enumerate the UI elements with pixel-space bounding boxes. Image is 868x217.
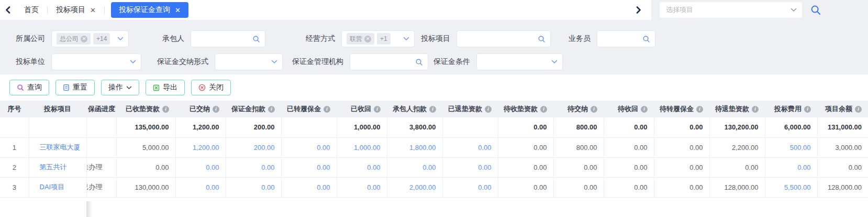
bid-project-input[interactable]	[457, 30, 551, 47]
info-icon[interactable]: i	[485, 106, 492, 113]
info-icon[interactable]: i	[268, 106, 275, 113]
filter-pay-form: 保证金交纳形式	[141, 53, 283, 70]
tab-bid-project-label: 投标项目	[56, 5, 85, 15]
info-icon[interactable]: i	[591, 106, 597, 113]
chevron-down-icon	[271, 60, 277, 64]
project-select-area: 选择项目	[651, 0, 868, 20]
info-icon[interactable]: i	[429, 106, 436, 113]
action-dropdown-button[interactable]: 操作	[101, 80, 139, 95]
pay-form-select[interactable]	[215, 53, 283, 70]
tab-home-label: 首页	[24, 5, 39, 15]
cell-bid-project	[29, 117, 86, 137]
cell-contractor-deduction[interactable]: 2,000.00	[387, 177, 442, 197]
search-icon[interactable]	[538, 35, 546, 43]
column-header-bid-cost: 投标费用i	[765, 101, 817, 117]
contractor-input[interactable]	[191, 30, 265, 47]
condition-select[interactable]	[476, 53, 563, 70]
cell-guarantee-progress	[86, 117, 116, 137]
info-icon[interactable]: i	[804, 106, 811, 113]
cell-guarantee-progress: 已办理	[86, 177, 116, 197]
cell-refunded-advance[interactable]: 0.00	[442, 177, 498, 197]
global-search-icon[interactable]	[810, 5, 821, 15]
info-icon[interactable]: i	[752, 106, 759, 113]
cell-recovered[interactable]: 0.00	[337, 157, 387, 177]
export-button[interactable]: 导出	[146, 80, 185, 95]
tab-bid-project[interactable]: 投标项目 ✕	[48, 0, 104, 20]
search-icon[interactable]	[415, 58, 423, 66]
info-icon[interactable]: i	[696, 106, 703, 113]
nav-back-icon[interactable]	[0, 0, 16, 20]
company-multiselect[interactable]: 总公司✕ +14	[51, 30, 129, 47]
cell-bid-cost[interactable]: 500.00	[765, 137, 817, 157]
cell-transferred-performance-bond[interactable]: 0.00	[281, 157, 337, 177]
cell-seq: 2	[0, 157, 29, 177]
search-icon[interactable]	[252, 35, 260, 43]
filter-bid-project-label: 投标项目	[415, 34, 457, 44]
cell-deposit-deduction[interactable]: 0.00	[226, 157, 281, 177]
cell-seq	[0, 117, 29, 137]
close-button[interactable]: 关闭	[191, 80, 231, 95]
nav-forward-icon[interactable]	[630, 0, 646, 20]
cell-deposit-deduction[interactable]: 200.00	[226, 137, 281, 157]
tab-bid-bond-query[interactable]: 投标保证金查询 ✕	[111, 2, 188, 18]
cell-recovered[interactable]: 0.00	[337, 177, 387, 197]
cell-recovered[interactable]: 1,000.00	[337, 137, 387, 157]
cell-bid-cost[interactable]: 5,500.00	[765, 177, 817, 197]
info-icon[interactable]: i	[540, 106, 547, 113]
cell-contractor-deduction[interactable]: 0.00	[387, 157, 442, 177]
info-icon[interactable]: i	[641, 106, 648, 113]
project-link[interactable]: 第五共计	[40, 163, 67, 171]
project-link[interactable]: DAI项目	[40, 183, 65, 191]
search-icon[interactable]	[642, 35, 650, 43]
info-icon[interactable]: i	[374, 106, 381, 113]
bid-unit-select[interactable]	[51, 53, 141, 70]
mgmt-org-input[interactable]	[350, 53, 428, 70]
cell-pending-refund-advance: 0.00	[709, 157, 765, 177]
column-header-recovered: 已收回i	[337, 101, 387, 117]
cell-bid-cost[interactable]: 0.00	[765, 157, 817, 177]
summary-project-balance: 131,000.00	[817, 117, 868, 137]
chevron-down-icon	[130, 60, 136, 64]
mode-more-tag: +1	[377, 33, 391, 45]
cell-contractor-deduction[interactable]: 1,800.00	[387, 137, 442, 157]
cell-paid-in[interactable]: 1,200.00	[175, 137, 226, 157]
summary-pending-recovery: 0.00	[604, 117, 654, 137]
tab-home[interactable]: 首页	[16, 0, 47, 20]
remove-tag-icon[interactable]: ✕	[364, 36, 371, 42]
reset-button[interactable]: 重置	[55, 80, 95, 95]
cell-paid-in[interactable]: 0.00	[175, 177, 226, 197]
summary-contractor-deduction: 3,800.00	[387, 117, 442, 137]
info-icon[interactable]: i	[162, 106, 169, 113]
chevron-down-icon	[551, 60, 558, 64]
frozen-column-shadow	[86, 201, 93, 217]
mode-multiselect[interactable]: 联营✕ +1	[341, 30, 415, 47]
cell-refunded-advance[interactable]: 0.00	[442, 157, 498, 177]
tab-close-icon[interactable]: ✕	[90, 6, 96, 14]
cell-seq: 3	[0, 177, 29, 197]
tab-close-icon[interactable]: ✕	[175, 6, 181, 14]
query-button[interactable]: 查询	[9, 80, 49, 95]
cell-pending-recovery: 0.00	[604, 137, 654, 157]
info-icon[interactable]: i	[855, 106, 862, 113]
filter-mode-label: 经营方式	[273, 34, 341, 44]
info-icon[interactable]: i	[213, 106, 219, 113]
cell-deposit-deduction[interactable]: 0.00	[226, 177, 281, 197]
project-select[interactable]: 选择项目	[660, 2, 802, 18]
filter-mgmt-org-label: 保证金管理机构	[283, 57, 350, 67]
tab-bid-bond-query-label: 投标保证金查询	[119, 5, 170, 15]
salesman-input[interactable]	[597, 30, 655, 47]
column-header-pending-transfer-performance: 待转履保金i	[654, 101, 709, 117]
remove-tag-icon[interactable]: ✕	[81, 36, 87, 42]
excel-export-icon	[153, 84, 160, 91]
filter-pay-form-label: 保证金交纳形式	[141, 57, 215, 67]
info-icon[interactable]: i	[324, 106, 330, 113]
cell-transferred-performance-bond[interactable]: 0.00	[281, 177, 337, 197]
project-link[interactable]: 三联家电大厦	[40, 143, 81, 151]
tab-divider	[104, 6, 105, 14]
cell-pending-payment: 0.00	[553, 157, 604, 177]
cell-refunded-advance[interactable]: 0.00	[442, 137, 498, 157]
cell-paid-in[interactable]: 0.00	[175, 157, 226, 177]
cell-transferred-performance-bond[interactable]: 0.00	[281, 137, 337, 157]
company-more-tag: +14	[93, 33, 110, 45]
filter-company-label: 所属公司	[4, 34, 51, 44]
